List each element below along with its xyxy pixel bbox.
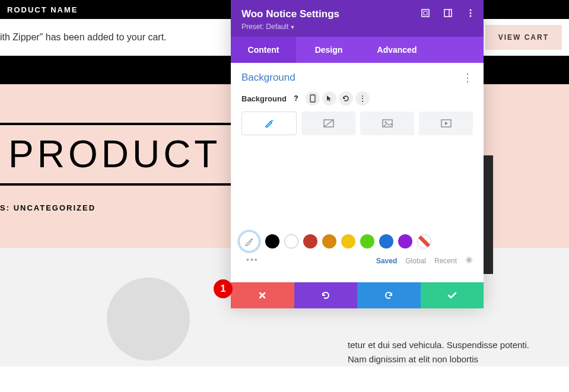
gear-icon[interactable] bbox=[465, 256, 473, 266]
bg-type-image-button[interactable] bbox=[360, 111, 414, 135]
panel-tabs: Content Design Advanced bbox=[231, 37, 484, 63]
preview-dark-strip bbox=[484, 155, 493, 274]
section-menu-icon[interactable]: ⋮ bbox=[462, 71, 473, 84]
tab-design[interactable]: Design bbox=[296, 37, 361, 63]
swatch-purple[interactable] bbox=[398, 234, 412, 248]
product-title: PRODUCT bbox=[0, 125, 261, 186]
body-text: tetur et dui sed vehicula. Suspendisse p… bbox=[348, 338, 538, 366]
svg-point-10 bbox=[384, 122, 386, 123]
swatch-green[interactable] bbox=[360, 234, 374, 248]
panel-preset[interactable]: Preset: Default▼ bbox=[241, 23, 473, 31]
svg-point-5 bbox=[470, 12, 472, 14]
bg-type-row bbox=[241, 111, 473, 135]
svg-rect-0 bbox=[422, 9, 429, 17]
view-cart-button[interactable]: VIEW CART bbox=[485, 25, 562, 50]
swatch-yellow[interactable] bbox=[341, 234, 355, 248]
reset-icon[interactable] bbox=[339, 91, 353, 106]
tab-advanced[interactable]: Advanced bbox=[361, 37, 433, 63]
swatch-red[interactable] bbox=[303, 234, 317, 248]
svg-point-4 bbox=[470, 9, 472, 11]
palette-global[interactable]: Global bbox=[405, 257, 426, 265]
swatch-white[interactable] bbox=[284, 234, 298, 248]
option-menu-icon[interactable]: ⋮ bbox=[355, 91, 370, 106]
product-image-placeholder bbox=[107, 278, 190, 361]
swatch-blue[interactable] bbox=[379, 234, 393, 248]
swatch-transparent[interactable] bbox=[417, 234, 431, 248]
help-icon[interactable]: ? bbox=[289, 91, 303, 106]
panel-footer bbox=[231, 282, 484, 308]
caret-down-icon: ▼ bbox=[290, 24, 295, 30]
svg-point-6 bbox=[470, 15, 472, 17]
palette-recent[interactable]: Recent bbox=[434, 257, 457, 265]
panel-header: Woo Notice Settings Preset: Default▼ bbox=[231, 0, 484, 37]
more-swatches-icon[interactable]: ••• bbox=[246, 255, 259, 264]
top-bar-title: RODUCT NAME bbox=[7, 5, 78, 14]
hover-cursor-icon[interactable] bbox=[322, 91, 336, 106]
undo-button[interactable] bbox=[294, 282, 358, 308]
callout-marker-1: 1 bbox=[214, 279, 233, 298]
dock-icon[interactable] bbox=[443, 8, 453, 18]
palette-links: Saved Global Recent bbox=[376, 256, 473, 266]
eyedropper-button[interactable] bbox=[238, 230, 260, 253]
swatch-orange[interactable] bbox=[322, 234, 336, 248]
notice-message: ith Zipper" has been added to your cart. bbox=[0, 32, 167, 43]
svg-point-12 bbox=[468, 259, 471, 262]
tab-content[interactable]: Content bbox=[231, 37, 296, 63]
save-button[interactable] bbox=[421, 282, 484, 308]
responsive-phone-icon[interactable] bbox=[306, 91, 320, 106]
option-label: Background bbox=[241, 94, 287, 103]
cancel-button[interactable] bbox=[231, 282, 294, 308]
bg-type-gradient-button[interactable] bbox=[301, 111, 355, 135]
svg-rect-2 bbox=[444, 9, 452, 17]
expand-icon[interactable] bbox=[421, 8, 430, 18]
palette-saved[interactable]: Saved bbox=[376, 257, 397, 265]
section-title[interactable]: Background bbox=[241, 72, 295, 84]
kebab-menu-icon[interactable] bbox=[466, 8, 475, 18]
swatch-black[interactable] bbox=[265, 234, 279, 248]
color-swatch-row bbox=[238, 230, 431, 253]
panel-body: Background ⋮ Background ? ⋮ bbox=[231, 63, 484, 282]
svg-rect-1 bbox=[424, 11, 427, 15]
svg-rect-7 bbox=[310, 95, 315, 102]
settings-panel: Woo Notice Settings Preset: Default▼ Con… bbox=[231, 0, 484, 308]
redo-button[interactable] bbox=[357, 282, 421, 308]
bg-type-color-button[interactable] bbox=[241, 111, 297, 135]
bg-type-video-button[interactable] bbox=[419, 111, 473, 135]
